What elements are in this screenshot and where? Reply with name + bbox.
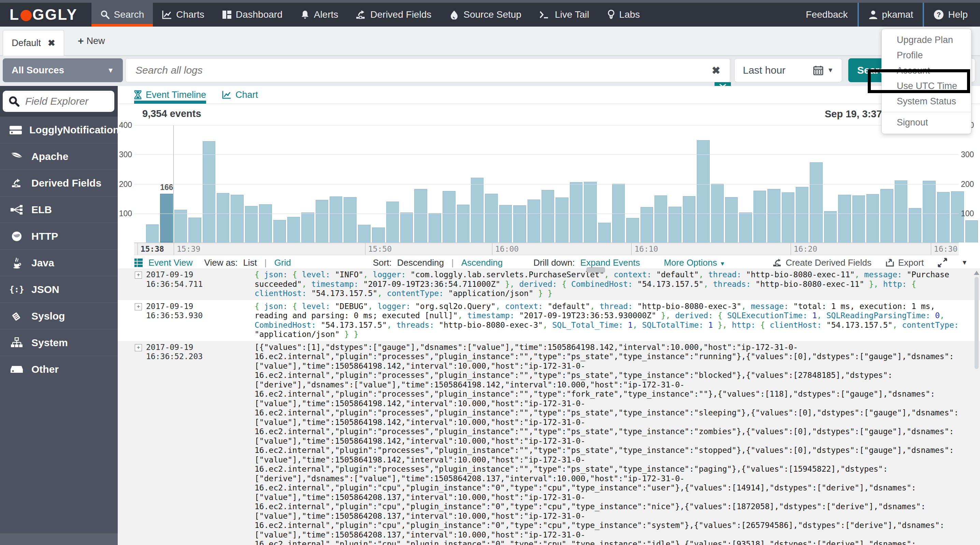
histogram-bar[interactable]	[782, 192, 794, 243]
histogram-bar[interactable]	[668, 207, 681, 243]
histogram-bar[interactable]	[245, 206, 258, 243]
menu-item-upgrade-plan[interactable]: Upgrade Plan	[882, 32, 971, 48]
histogram-bar[interactable]	[767, 189, 780, 243]
nav-item-search[interactable]: Search	[91, 3, 153, 27]
histogram-bar[interactable]	[203, 141, 215, 243]
nav-item-help[interactable]: ?Help	[925, 3, 977, 27]
sidebar-item-derived-fields[interactable]: Derived Fields	[0, 170, 118, 196]
histogram-bar[interactable]	[188, 218, 201, 243]
sidebar-item-http[interactable]: HTTP	[0, 223, 118, 249]
histogram-bar[interactable]	[231, 195, 243, 243]
horizontal-scrollbar-handle[interactable]	[587, 267, 605, 272]
histogram-bar[interactable]	[570, 182, 582, 243]
field-explorer-input[interactable]	[25, 95, 109, 107]
nav-item-source-setup[interactable]: Source Setup	[440, 3, 530, 27]
histogram-bar[interactable]	[485, 194, 498, 243]
export-button[interactable]: Export	[885, 257, 924, 268]
histogram-bar[interactable]	[725, 197, 738, 243]
histogram-bar[interactable]	[429, 213, 441, 243]
histogram-bar[interactable]	[513, 205, 526, 243]
histogram-bar[interactable]	[796, 187, 808, 243]
histogram-bar[interactable]	[273, 220, 286, 243]
sidebar-item-other[interactable]: Other	[0, 356, 118, 382]
histogram-bar[interactable]	[344, 197, 356, 243]
histogram-bar[interactable]	[555, 197, 568, 243]
log-timestamp[interactable]: 2017-09-19 16:36:54.711	[146, 270, 255, 289]
histogram-bar[interactable]	[287, 217, 300, 243]
histogram-bar[interactable]	[641, 207, 653, 243]
menu-item-profile[interactable]: Profile	[882, 48, 971, 63]
time-range-button[interactable]: Last hour ▼	[734, 58, 842, 82]
histogram-bar[interactable]	[217, 193, 229, 243]
scrollbar-handle[interactable]	[975, 277, 978, 369]
log-scrollbar[interactable]	[974, 270, 979, 543]
sort-ascending[interactable]: Ascending	[461, 257, 503, 268]
event-view-link[interactable]: Event View	[148, 257, 193, 268]
sidebar-item-json[interactable]: {:}JSON	[0, 276, 118, 302]
expand-events-link[interactable]: Expand Events	[581, 257, 640, 268]
nav-item-alerts[interactable]: Alerts	[291, 3, 347, 27]
histogram-bar[interactable]	[414, 189, 427, 243]
histogram-bar[interactable]	[598, 223, 611, 243]
histogram-bar[interactable]	[499, 205, 512, 243]
histogram-bar[interactable]	[838, 195, 851, 243]
histogram-bar[interactable]	[853, 195, 865, 243]
expand-event-icon[interactable]: +	[135, 272, 142, 279]
more-options-button[interactable]: More Options ▼	[664, 257, 725, 268]
nav-item-pkamat[interactable]: pkamat	[859, 3, 922, 27]
nav-item-live-tail[interactable]: Live Tail	[530, 3, 598, 27]
histogram-bar[interactable]	[400, 213, 413, 243]
histogram-bar[interactable]	[457, 205, 469, 243]
histogram-bar[interactable]	[386, 202, 399, 243]
tab-chart[interactable]: Chart	[222, 86, 258, 104]
histogram-bar[interactable]	[824, 211, 837, 243]
histogram-bar[interactable]	[146, 224, 159, 243]
histogram-bar-selected[interactable]	[160, 194, 173, 243]
histogram-bar[interactable]	[683, 196, 695, 243]
tab-close-icon[interactable]: ✖	[48, 38, 55, 48]
log-timestamp[interactable]: 2017-09-19 16:36:52.203	[146, 343, 255, 362]
create-derived-fields-button[interactable]: Create Derived Fields	[773, 257, 872, 268]
sidebar-item-system[interactable]: System	[0, 329, 118, 356]
tab-default[interactable]: Default ✖	[3, 30, 64, 56]
histogram-bar[interactable]	[471, 178, 484, 243]
clear-search-icon[interactable]: ✖	[712, 64, 720, 76]
scroll-up-arrow-icon[interactable]	[974, 271, 979, 275]
histogram-bar[interactable]	[923, 181, 935, 243]
histogram-bar[interactable]	[301, 213, 314, 243]
sidebar-item-logglynotifications[interactable]: LogglyNotifications	[0, 117, 118, 143]
expand-event-icon[interactable]: +	[135, 303, 142, 310]
expand-event-icon[interactable]: +	[135, 344, 142, 351]
nav-item-labs[interactable]: Labs	[598, 3, 649, 27]
menu-item-signout[interactable]: Signout	[882, 115, 971, 130]
histogram-bar[interactable]	[316, 200, 328, 243]
sort-descending[interactable]: Descending	[397, 257, 444, 268]
histogram-bar[interactable]	[739, 213, 752, 243]
histogram-bar[interactable]	[174, 210, 187, 243]
histogram-bar[interactable]	[810, 162, 822, 243]
tab-event-timeline[interactable]: Event Timeline	[134, 86, 206, 104]
histogram-bar[interactable]	[697, 140, 710, 243]
new-tab-button[interactable]: + New	[78, 27, 105, 55]
histogram-bar[interactable]	[372, 227, 385, 243]
sidebar-item-java[interactable]: Java	[0, 249, 118, 276]
histogram-bar[interactable]	[895, 180, 907, 243]
histogram-bar[interactable]	[584, 182, 597, 243]
log-message[interactable]: { json: { level: "DEBUG", logger: "org.s…	[255, 302, 966, 339]
histogram-bar[interactable]	[259, 204, 272, 243]
log-message[interactable]: { json: { level: "INFO", logger: "com.lo…	[255, 270, 966, 299]
loggly-logo[interactable]: LGGLY	[10, 3, 78, 27]
sources-dropdown[interactable]: All Sources ▼	[3, 58, 123, 82]
histogram-bar[interactable]	[880, 189, 893, 243]
menu-item-use-utc-time[interactable]: Use UTC Time	[882, 78, 971, 94]
histogram-bar[interactable]	[528, 200, 540, 243]
log-message[interactable]: [{"values":[1],"dstypes":["gauge"],"dsna…	[255, 343, 966, 545]
histogram-bar[interactable]	[442, 191, 455, 243]
fullscreen-icon[interactable]	[937, 257, 948, 268]
histogram-bar[interactable]	[541, 190, 554, 243]
histogram-bar[interactable]	[329, 197, 342, 243]
nav-item-feedback[interactable]: Feedback	[797, 3, 857, 27]
nav-item-charts[interactable]: Charts	[153, 3, 213, 27]
menu-item-account[interactable]: Account	[882, 63, 971, 78]
histogram-bar[interactable]	[626, 218, 639, 243]
